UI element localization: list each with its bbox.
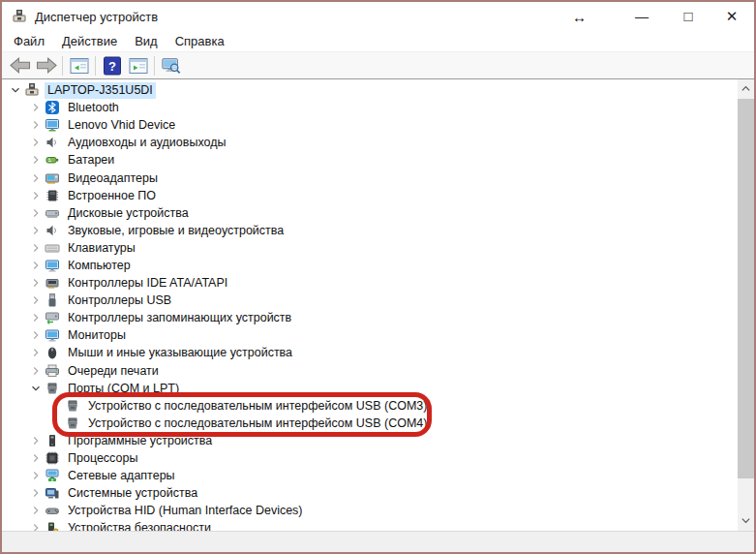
tree-item[interactable]: Процессоры (2, 449, 738, 467)
tree-item[interactable]: LAPTOP-J351U5DI (2, 81, 738, 99)
chevron-right-icon[interactable] (28, 310, 44, 325)
tree-item[interactable]: Звуковые, игровые и видеоустройства (2, 222, 738, 239)
console-window-icon (70, 56, 89, 76)
tree-item[interactable]: Контроллеры IDE ATA/ATAPI (2, 274, 738, 292)
menu-view[interactable]: Вид (126, 32, 166, 50)
mouse-icon (45, 345, 60, 360)
chevron-right-icon[interactable] (28, 100, 44, 115)
chevron-right-icon[interactable] (28, 433, 44, 448)
chevron-right-icon[interactable] (28, 468, 44, 483)
help-button[interactable]: ? (99, 54, 125, 77)
scroll-up-button[interactable] (738, 80, 754, 97)
forward-button[interactable] (33, 54, 59, 77)
chevron-down-icon[interactable] (28, 381, 44, 396)
tree-item[interactable]: Клавиатуры (2, 239, 738, 257)
tree-item[interactable]: Программные устройства (2, 432, 738, 449)
tree-item[interactable]: Встроенное ПО (2, 187, 738, 204)
chevron-right-icon[interactable] (28, 223, 44, 238)
menu-help[interactable]: Справка (166, 32, 233, 50)
speaker-icon (45, 223, 60, 238)
serial-port-icon (45, 381, 60, 396)
minimize-button[interactable]: — (627, 3, 656, 30)
chevron-right-icon[interactable] (28, 503, 44, 518)
network-icon (45, 468, 60, 483)
tree-item[interactable]: Мониторы (2, 326, 738, 344)
chevron-right-icon[interactable] (28, 135, 44, 150)
tree-item[interactable]: Системные устройства (2, 484, 738, 502)
tree-item[interactable]: Контроллеры USB (2, 292, 738, 309)
tree-item[interactable]: Порты (COM и LPT) (2, 380, 738, 397)
chevron-right-icon[interactable] (28, 520, 44, 531)
chevron-right-icon[interactable] (28, 258, 44, 273)
toolbar-separator (62, 56, 63, 76)
tree-item[interactable]: Аудиовходы и аудиовыходы (2, 134, 738, 151)
tree-item[interactable]: Lenovo Vhid Device (2, 116, 738, 134)
scan-monitor-icon (162, 56, 181, 76)
chevron-right-icon[interactable] (28, 363, 44, 379)
properties-button[interactable] (125, 54, 151, 77)
toolbar-separator (95, 56, 96, 76)
chevron-right-icon[interactable] (28, 345, 44, 360)
gamepad-icon (45, 503, 60, 518)
device-manager-window: Диспетчер устройств ↔ — □ ✕ Файл Действи… (0, 0, 756, 554)
tree-item-label: Встроенное ПО (65, 187, 159, 203)
menu-action[interactable]: Действие (53, 32, 126, 50)
tree-item-label: LAPTOP-J351U5DI (45, 82, 156, 99)
tree-item-label: Lenovo Vhid Device (65, 117, 178, 134)
tree-item[interactable]: Bluetooth (2, 99, 738, 116)
tree-item-label: Батареи (65, 152, 117, 169)
svg-text:?: ? (108, 59, 116, 74)
tree-item-label: Контроллеры IDE ATA/ATAPI (65, 275, 230, 292)
statusbar (2, 531, 754, 552)
menu-file[interactable]: Файл (5, 32, 53, 50)
chevron-right-icon[interactable] (28, 275, 44, 291)
chevron-down-icon[interactable] (8, 82, 23, 98)
back-button[interactable] (7, 54, 33, 77)
tree-item[interactable]: Устройство с последовательным интерфейсо… (2, 397, 738, 415)
tree-item-label: Дисковые устройства (65, 204, 192, 221)
display-adapter-icon (45, 170, 60, 186)
tree-item-label: Порты (COM и LPT) (65, 380, 182, 396)
tree-item[interactable]: Мыши и иные указывающие устройства (2, 344, 738, 361)
chevron-right-icon[interactable] (28, 450, 44, 466)
tree-item[interactable]: Устройства безопасности (2, 519, 738, 531)
tree-item-label: Видеоадаптеры (65, 169, 161, 186)
close-button[interactable]: ✕ (717, 3, 746, 30)
tree-item[interactable]: Видеоадаптеры (2, 169, 738, 186)
tree-item[interactable]: Батареи (2, 151, 738, 169)
printer-icon (45, 363, 60, 379)
chevron-right-icon[interactable] (28, 188, 44, 203)
show-console-tree-button[interactable] (66, 54, 92, 77)
chevron-right-icon[interactable] (28, 485, 44, 501)
chevron-right-icon[interactable] (28, 152, 44, 168)
scan-hardware-changes-button[interactable] (158, 54, 184, 77)
tree-item-label: Устройства безопасности (65, 520, 214, 531)
tree-item-label: Мониторы (65, 327, 129, 344)
tree-item-label: Устройства HID (Human Interface Devices) (65, 503, 306, 519)
chevron-placeholder (48, 416, 64, 431)
tree-item[interactable]: Компьютер (2, 257, 738, 274)
security-icon (45, 520, 60, 531)
chevron-right-icon[interactable] (28, 205, 44, 221)
vertical-scrollbar[interactable] (738, 79, 754, 531)
maximize-button[interactable]: □ (674, 3, 703, 30)
storage-ctrl-icon (45, 310, 60, 325)
tree-item[interactable]: Очереди печати (2, 362, 738, 380)
monitor-green-icon (45, 117, 60, 133)
chevron-right-icon[interactable] (28, 117, 44, 133)
tree-item-label: Звуковые, игровые и видеоустройства (65, 222, 287, 238)
tree-item-label: Очереди печати (65, 362, 162, 379)
chevron-right-icon[interactable] (28, 327, 44, 343)
tree-item[interactable]: Устройства HID (Human Interface Devices) (2, 502, 738, 519)
tree-item[interactable]: Устройство с последовательным интерфейсо… (2, 415, 738, 432)
scroll-down-button[interactable] (738, 512, 754, 529)
chevron-right-icon[interactable] (28, 292, 44, 308)
tree-item-label: Контроллеры запоминающих устройств (65, 310, 294, 326)
scrollbar-thumb[interactable] (738, 99, 754, 478)
tree-item[interactable]: Сетевые адаптеры (2, 467, 738, 484)
tree-item[interactable]: Контроллеры запоминающих устройств (2, 309, 738, 326)
tree-item[interactable]: Дисковые устройства (2, 204, 738, 222)
chevron-right-icon[interactable] (28, 240, 44, 256)
tree-item-label: Клавиатуры (65, 239, 138, 256)
chevron-right-icon[interactable] (28, 170, 44, 186)
